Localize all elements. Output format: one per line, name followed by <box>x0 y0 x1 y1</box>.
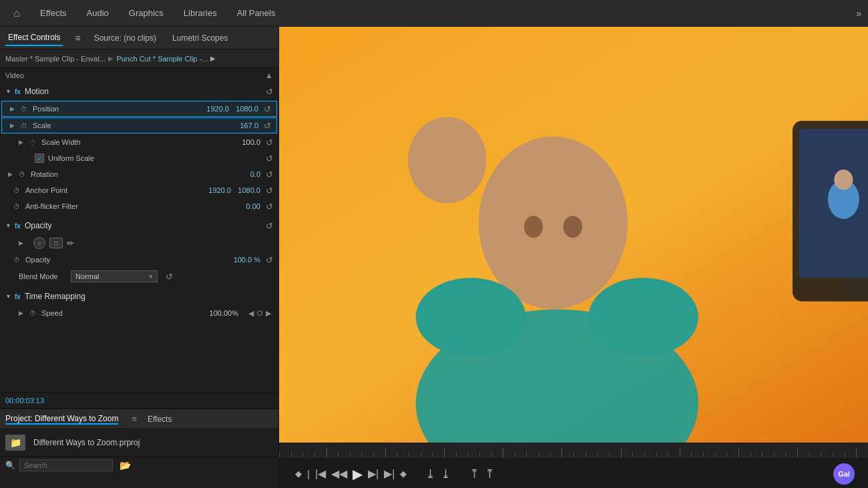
anchor-stopwatch-icon[interactable]: ⏱ <box>13 187 23 194</box>
tab-libraries[interactable]: Libraries <box>184 5 217 21</box>
tab-effects-bottom[interactable]: Effects <box>148 415 172 424</box>
scale-stopwatch-icon[interactable]: ⏱ <box>21 122 30 130</box>
home-button[interactable]: ⌂ <box>7 3 27 23</box>
motion-section-header[interactable]: ▼ fx Motion ↺ <box>0 83 278 100</box>
tab-lumetri-scopes[interactable]: Lumetri Scopes <box>170 31 230 45</box>
ruler-mark <box>302 452 314 457</box>
project-folder-icon: 📁 <box>5 435 25 451</box>
overwrite-button[interactable]: ⤓ <box>438 464 453 484</box>
opacity-expand-icon[interactable]: ▶ <box>19 240 29 246</box>
rotation-expand-icon[interactable]: ▶ <box>8 171 16 178</box>
add-marker-button[interactable]: | <box>304 465 312 482</box>
uniform-scale-checkbox[interactable]: ✓ <box>35 154 44 163</box>
ruler-mark <box>609 452 621 457</box>
more-panels-icon[interactable]: » <box>856 8 861 19</box>
ruler-mark <box>621 448 633 457</box>
blend-mode-select[interactable]: Normal Dissolve Multiply Screen Overlay <box>71 270 158 282</box>
scale-expand-icon[interactable]: ▶ <box>10 122 18 129</box>
search-icon: 🔍 <box>5 461 15 470</box>
ruler-mark <box>327 448 339 457</box>
go-to-in-button[interactable]: |◀ <box>312 465 329 483</box>
video-frame <box>279 27 868 443</box>
anti-flicker-reset-icon[interactable]: ↺ <box>266 202 273 212</box>
scale-width-reset-icon[interactable]: ↺ <box>266 138 273 148</box>
extract-button[interactable]: ⤒ <box>482 464 497 484</box>
rotation-value[interactable]: 0.0 <box>234 170 260 178</box>
opacity-value-reset-icon[interactable]: ↺ <box>266 255 273 265</box>
scale-width-expand-icon[interactable]: ▶ <box>19 139 27 146</box>
mark-in-button[interactable]: ◆ <box>292 466 304 481</box>
mark-out-button[interactable]: ◆ <box>397 466 409 481</box>
speed-expand-icon[interactable]: ▶ <box>19 310 27 316</box>
uniform-scale-reset-icon[interactable]: ↺ <box>266 154 273 164</box>
tab-graphics[interactable]: Graphics <box>129 5 164 21</box>
ruler-mark <box>467 452 479 457</box>
position-reset-icon[interactable]: ↺ <box>264 104 271 114</box>
top-nav-tabs: Effects Audio Graphics Libraries All Pan… <box>40 5 836 21</box>
scale-width-value[interactable]: 100.0 <box>234 138 260 146</box>
tab-audio[interactable]: Audio <box>87 5 109 21</box>
project-content-area: 📁 Different Ways to Zoom.prproj <box>0 429 278 456</box>
insert-button[interactable]: ⤓ <box>423 464 438 484</box>
go-to-out-button[interactable]: ▶| <box>381 465 397 483</box>
speed-prev-keyframe-btn[interactable]: ◀ <box>246 309 256 318</box>
position-y-value[interactable]: 1080.0 <box>232 105 258 113</box>
position-x-value[interactable]: 1920.0 <box>202 105 229 113</box>
tab-all-panels[interactable]: All Panels <box>237 5 276 21</box>
antiflicker-stopwatch-icon[interactable]: ⏱ <box>13 203 23 210</box>
ruler-mark <box>762 452 774 457</box>
ruler-mark <box>750 452 763 457</box>
ruler-mark <box>421 452 433 457</box>
ruler-mark <box>726 452 738 457</box>
anchor-x-value[interactable]: 1920.0 <box>204 186 231 194</box>
scale-label: Scale <box>33 121 229 130</box>
search-input[interactable] <box>19 459 113 471</box>
new-bin-icon[interactable]: 📂 <box>120 460 131 471</box>
position-expand-icon[interactable]: ▶ <box>10 105 18 112</box>
blend-mode-row: Blend Mode Normal Dissolve Multiply Scre… <box>0 268 278 285</box>
rectangle-mask-button[interactable]: □ <box>49 238 63 248</box>
scroll-up-icon[interactable]: ▲ <box>265 71 273 80</box>
scale-reset-icon[interactable]: ↺ <box>264 121 271 131</box>
rotation-reset-icon[interactable]: ↺ <box>266 170 273 180</box>
opacity-section-header[interactable]: ▼ fx Opacity ↺ <box>0 217 278 234</box>
master-clip-label[interactable]: Master * Sample Clip - Envat... <box>5 55 105 63</box>
time-remapping-section-header[interactable]: ▼ fx Time Remapping <box>0 288 278 305</box>
effect-controls-menu-icon[interactable]: ≡ <box>75 33 80 43</box>
position-stopwatch-icon[interactable]: ⏱ <box>21 105 30 113</box>
speed-stopwatch-icon[interactable]: ⏱ <box>29 310 39 317</box>
ellipse-mask-button[interactable]: ○ <box>33 237 45 249</box>
ruler-mark <box>586 452 598 457</box>
tab-source[interactable]: Source: (no clips) <box>91 31 159 45</box>
anchor-reset-icon[interactable]: ↺ <box>266 186 273 196</box>
play-button[interactable]: ▶ <box>350 463 365 485</box>
timeline-ruler[interactable] <box>279 443 868 459</box>
rotation-stopwatch-icon[interactable]: ⏱ <box>19 171 28 178</box>
source-chevron-icon[interactable]: ▶ <box>210 55 216 62</box>
ruler-mark <box>515 452 527 457</box>
blend-mode-reset-icon[interactable]: ↺ <box>166 272 173 282</box>
speed-value[interactable]: 100.00% <box>210 309 238 317</box>
tab-effects[interactable]: Effects <box>40 5 67 21</box>
anti-flicker-value[interactable]: 0.00 <box>234 202 260 210</box>
step-back-button[interactable]: ◀◀ <box>329 465 350 483</box>
active-clip-label[interactable]: Punch Cut * Sample Clip -... <box>116 55 208 63</box>
anchor-y-value[interactable]: 1080.0 <box>234 186 260 194</box>
motion-reset-icon[interactable]: ↺ <box>266 87 273 97</box>
scale-value[interactable]: 167.0 <box>232 121 258 130</box>
opacity-stopwatch-icon[interactable]: ⏱ <box>13 256 23 264</box>
speed-next-keyframe-btn[interactable]: ▶ <box>264 309 273 318</box>
anti-flicker-property-row: ⏱ Anti-flicker Filter 0.00 ↺ <box>0 198 278 214</box>
tab-project[interactable]: Project: Different Ways to Zoom <box>5 414 118 425</box>
blend-mode-wrapper: Normal Dissolve Multiply Screen Overlay <box>71 270 158 282</box>
lift-button[interactable]: ⤒ <box>467 464 482 484</box>
uniform-scale-label: Uniform Scale <box>48 154 94 162</box>
opacity-value[interactable]: 100.0 % <box>234 256 260 264</box>
step-forward-button[interactable]: ▶| <box>365 465 381 483</box>
opacity-label: Opacity <box>25 256 231 264</box>
user-avatar[interactable]: Gal <box>833 463 855 485</box>
opacity-reset-icon[interactable]: ↺ <box>266 221 273 231</box>
tab-effect-controls[interactable]: Effect Controls <box>5 30 63 46</box>
pen-mask-button[interactable]: ✏ <box>67 238 74 248</box>
project-menu-icon[interactable]: ≡ <box>132 414 137 424</box>
